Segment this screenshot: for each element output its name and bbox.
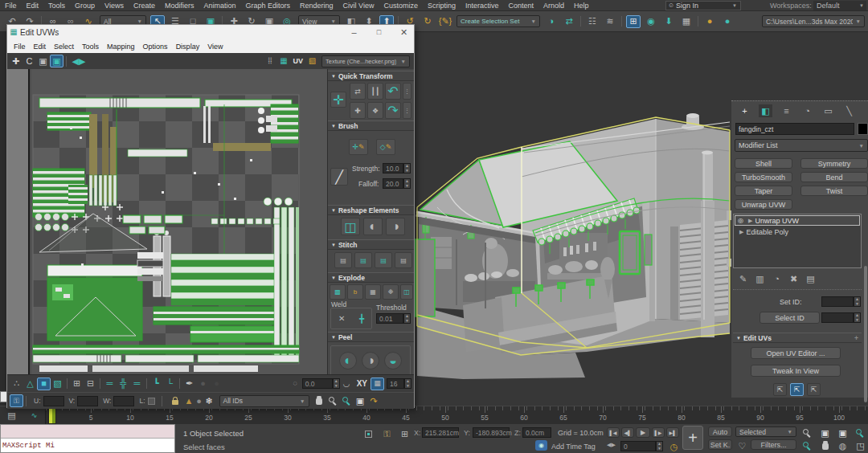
rotate-ccw-icon[interactable]: ↶	[385, 83, 401, 100]
menu-group[interactable]: Group	[70, 0, 100, 11]
menu-interactive[interactable]: Interactive	[461, 0, 504, 11]
strength-field[interactable]: 10.0	[383, 163, 403, 173]
mirror-uv-icon[interactable]: ◀▶	[69, 55, 88, 67]
create-icon[interactable]: +	[738, 104, 751, 117]
curve-toggle-icon[interactable]: ∿	[27, 409, 41, 422]
display-icon[interactable]: ▭	[821, 104, 835, 117]
material-editor-icon[interactable]: ◉	[644, 15, 658, 28]
redo-small-icon[interactable]: ↻	[420, 15, 435, 28]
grid-size-field[interactable]: 16	[387, 378, 404, 389]
all-ids-dropdown[interactable]: All IDs▼	[219, 395, 309, 407]
maximize-viewport-icon[interactable]: ◳	[854, 439, 867, 452]
freeform-mode-icon[interactable]: ▣	[50, 55, 63, 67]
stitch-target-icon[interactable]: ▤	[395, 252, 412, 268]
flatten-angle-icon[interactable]: b	[347, 284, 363, 300]
add-time-tag[interactable]: Add Time Tag	[551, 443, 596, 451]
time-slider[interactable]	[48, 407, 56, 424]
absolute-mode-icon[interactable]: ⚿	[10, 394, 23, 407]
panel-scrollbar[interactable]	[864, 266, 867, 402]
time-config-icon[interactable]: ◷	[667, 440, 681, 453]
align-left-icon[interactable]: ✚	[350, 102, 366, 119]
menu-modifiers[interactable]: Modifiers	[160, 0, 199, 11]
selection-lock-icon[interactable]: ⚿	[380, 427, 394, 440]
x-coord-field[interactable]: 215.281cm	[422, 427, 459, 438]
grid-snap-icon[interactable]: ▦	[371, 378, 384, 390]
named-selection-sets-icon[interactable]: {✎}	[438, 15, 452, 28]
paint-move-brush-icon[interactable]: ✛✎	[349, 139, 368, 155]
uv-transform-gizmo-icon[interactable]: ✛	[330, 92, 346, 108]
menu-customize[interactable]: Customize	[379, 0, 423, 11]
spinner-stepper[interactable]: ▲▼	[854, 312, 861, 323]
timeline-mode-icon[interactable]: ▤	[5, 409, 18, 422]
set-id-field[interactable]	[821, 296, 854, 307]
uv-canvas[interactable]	[31, 69, 327, 374]
selection-set-key-dropdown[interactable]: Selected▼	[735, 426, 796, 437]
uvw-menu-display[interactable]: Display	[172, 43, 204, 51]
align-2-icon[interactable]: ⇄	[562, 15, 576, 28]
pin-stack-icon[interactable]: ⇱	[773, 383, 787, 396]
abs-offset-icon[interactable]: ⊞	[398, 427, 411, 440]
align-horizontal-icon[interactable]: ⇄	[350, 83, 366, 100]
peel-pelt-icon[interactable]: ◒	[384, 352, 402, 369]
maximize-icon[interactable]: □	[372, 26, 386, 39]
render-iterative-icon[interactable]: ●	[720, 15, 735, 28]
lock-selection-icon[interactable]	[169, 394, 182, 407]
tweak-in-view-button[interactable]: Tweak In View	[751, 365, 841, 377]
close-icon[interactable]: ✕	[397, 26, 411, 39]
configure-modifier-sets-icon[interactable]: ▤	[804, 272, 817, 285]
rotate-view-uv-icon[interactable]: ↷	[367, 394, 381, 407]
utilities-icon[interactable]: ╲	[842, 104, 856, 117]
peel-rollout[interactable]: ▼Peel	[328, 332, 414, 342]
expand-arrow-icon[interactable]: ▶	[735, 229, 746, 235]
loop-u-icon[interactable]: ═	[103, 378, 117, 390]
menu-animation[interactable]: Animation	[199, 0, 240, 11]
v-field[interactable]	[77, 396, 98, 406]
make-unique-icon[interactable]: ◔	[770, 272, 784, 285]
brush-falloff-curve-icon[interactable]: ╱	[330, 168, 348, 186]
pin-stack-icon[interactable]: ⇱	[807, 383, 821, 396]
space-h-icon[interactable]: ⋮	[403, 83, 411, 100]
reshape-sphere2-icon[interactable]: ◑	[386, 218, 405, 235]
select-id-button[interactable]: Select ID	[760, 312, 820, 324]
modifier-button-turbosmooth[interactable]: TurboSmooth	[735, 172, 792, 182]
timeline-ruler[interactable]: 5101520253035404550556065707580859095100	[45, 406, 868, 425]
isolate-selection-icon[interactable]	[362, 427, 375, 440]
menu-help[interactable]: Help	[569, 0, 594, 11]
render-setup-icon[interactable]: ⬇	[661, 15, 676, 28]
brush-large-icon[interactable]: ●	[210, 378, 223, 390]
menu-content[interactable]: Content	[503, 0, 538, 11]
stitch-custom-icon[interactable]: ▤	[334, 252, 352, 268]
uvw-menu-edit[interactable]: Edit	[30, 43, 51, 51]
pan-uv-icon[interactable]	[313, 394, 326, 407]
spinner-stepper[interactable]: ▲▼	[854, 296, 861, 307]
uvw-menu-select[interactable]: Select	[50, 43, 78, 51]
menu-rendering[interactable]: Rendering	[295, 0, 338, 11]
project-path-dropdown[interactable]: C:\Users\Len...3ds Max 2020▼	[762, 15, 865, 27]
zoom-region-uv-icon[interactable]	[800, 439, 814, 452]
zoom-region-uv-icon[interactable]	[854, 426, 867, 439]
pan-uv-icon[interactable]	[818, 439, 832, 452]
edge-l1-icon[interactable]: ┗	[149, 378, 163, 390]
menu-views[interactable]: Views	[100, 0, 129, 11]
xy-plane-label[interactable]: XY	[354, 379, 371, 388]
menu-tools[interactable]: Tools	[43, 0, 70, 11]
explode-rollout[interactable]: ▼Explode	[328, 272, 414, 283]
spinner-stepper[interactable]: ▲▼	[404, 378, 411, 389]
reshape-sphere1-icon[interactable]: ◐	[363, 218, 383, 235]
element-mode-icon[interactable]: ▧	[51, 378, 64, 390]
paint-select-icon[interactable]: ✒	[182, 378, 196, 390]
modifier-button-unwrap-uvw[interactable]: Unwrap UVW	[735, 199, 792, 210]
uv-space-label[interactable]: UV	[290, 57, 305, 65]
key-filters-figure-icon[interactable]: ♡	[735, 439, 749, 452]
set-key-button[interactable]: Set K.	[708, 439, 732, 450]
stack-item-editable-poly[interactable]: ▶ Editable Poly	[735, 226, 860, 237]
zoom-uv-icon[interactable]	[800, 426, 814, 439]
zoom-extents-uv-icon[interactable]: ▣	[836, 426, 850, 439]
zoom-extents-uv-icon[interactable]: ▣	[354, 394, 367, 407]
space-v-icon[interactable]: ⋮	[403, 102, 411, 119]
go-to-end-button[interactable]: ▶▌	[666, 427, 679, 438]
visibility-eye-icon[interactable]: ◎	[735, 214, 746, 227]
maxscript-mini-listener[interactable]: MAXScript Mi	[0, 424, 175, 453]
modifier-button-taper[interactable]: Taper	[735, 186, 792, 196]
threshold-field[interactable]: 0.01	[376, 313, 403, 324]
